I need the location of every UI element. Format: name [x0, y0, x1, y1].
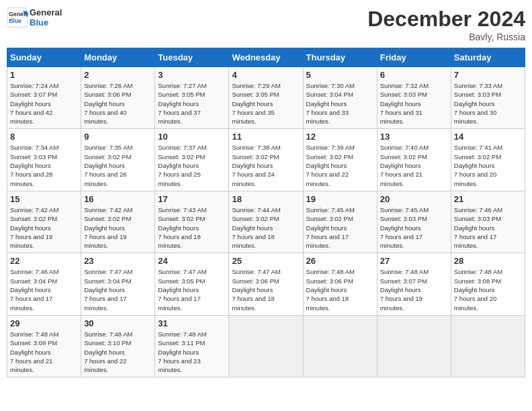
day-info: Sunrise: 7:39 AMSunset: 3:02 PMDaylight … [306, 143, 374, 187]
day-cell: 1 Sunrise: 7:24 AMSunset: 3:07 PMDayligh… [7, 67, 81, 129]
logo-general: General [30, 7, 62, 17]
day-number: 31 [158, 318, 226, 328]
day-info: Sunrise: 7:38 AMSunset: 3:02 PMDaylight … [232, 143, 300, 187]
day-cell: 13 Sunrise: 7:40 AMSunset: 3:02 PMDaylig… [377, 129, 451, 191]
day-info: Sunrise: 7:45 AMSunset: 3:02 PMDaylight … [306, 205, 374, 250]
day-cell: 15 Sunrise: 7:42 AMSunset: 3:02 PMDaylig… [7, 191, 81, 253]
day-info: Sunrise: 7:42 AMSunset: 3:02 PMDaylight … [10, 205, 78, 250]
day-cell [377, 315, 451, 377]
day-number: 6 [380, 70, 448, 80]
day-info: Sunrise: 7:48 AMSunset: 3:06 PMDaylight … [306, 267, 374, 312]
day-cell: 14 Sunrise: 7:41 AMSunset: 3:02 PMDaylig… [451, 129, 525, 191]
day-cell [451, 315, 525, 377]
day-cell: 10 Sunrise: 7:37 AMSunset: 3:02 PMDaylig… [155, 129, 229, 191]
day-cell: 22 Sunrise: 7:46 AMSunset: 3:04 PMDaylig… [7, 253, 81, 315]
day-number: 26 [306, 256, 374, 266]
day-number: 13 [380, 132, 448, 142]
day-cell: 6 Sunrise: 7:32 AMSunset: 3:03 PMDayligh… [377, 67, 451, 129]
day-cell: 26 Sunrise: 7:48 AMSunset: 3:06 PMDaylig… [303, 253, 377, 315]
logo-blue: Blue [30, 17, 62, 28]
day-cell: 11 Sunrise: 7:38 AMSunset: 3:02 PMDaylig… [229, 129, 303, 191]
month-title: December 2024 [367, 7, 525, 32]
day-info: Sunrise: 7:34 AMSunset: 3:03 PMDaylight … [10, 143, 78, 187]
logo: General Blue General Blue [7, 7, 62, 28]
col-header-monday: Monday [81, 48, 155, 67]
day-cell: 16 Sunrise: 7:42 AMSunset: 3:02 PMDaylig… [81, 191, 155, 253]
day-number: 21 [454, 194, 522, 204]
day-cell: 24 Sunrise: 7:47 AMSunset: 3:05 PMDaylig… [155, 253, 229, 315]
col-header-sunday: Sunday [7, 48, 81, 67]
day-cell [229, 315, 303, 377]
day-info: Sunrise: 7:45 AMSunset: 3:03 PMDaylight … [380, 205, 448, 250]
day-info: Sunrise: 7:44 AMSunset: 3:02 PMDaylight … [232, 205, 300, 250]
day-info: Sunrise: 7:42 AMSunset: 3:02 PMDaylight … [84, 205, 152, 250]
day-number: 5 [306, 70, 374, 80]
day-info: Sunrise: 7:26 AMSunset: 3:06 PMDaylight … [84, 81, 152, 126]
day-cell: 4 Sunrise: 7:29 AMSunset: 3:05 PMDayligh… [229, 67, 303, 129]
day-cell: 7 Sunrise: 7:33 AMSunset: 3:03 PMDayligh… [451, 67, 525, 129]
day-number: 27 [380, 256, 448, 266]
day-number: 8 [10, 132, 78, 142]
day-number: 10 [158, 132, 226, 142]
location: Bavly, Russia [367, 32, 525, 42]
day-number: 9 [84, 132, 152, 142]
day-info: Sunrise: 7:48 AMSunset: 3:11 PMDaylight … [158, 330, 226, 374]
week-row-5: 29 Sunrise: 7:48 AMSunset: 3:09 PMDaylig… [7, 315, 525, 377]
day-number: 1 [10, 70, 78, 80]
day-cell: 12 Sunrise: 7:39 AMSunset: 3:02 PMDaylig… [303, 129, 377, 191]
day-number: 4 [232, 70, 300, 80]
col-header-tuesday: Tuesday [155, 48, 229, 67]
day-info: Sunrise: 7:43 AMSunset: 3:02 PMDaylight … [158, 205, 226, 250]
day-number: 18 [232, 194, 300, 204]
title-area: December 2024 Bavly, Russia [367, 7, 525, 42]
day-cell: 17 Sunrise: 7:43 AMSunset: 3:02 PMDaylig… [155, 191, 229, 253]
day-info: Sunrise: 7:32 AMSunset: 3:03 PMDaylight … [380, 81, 448, 126]
day-cell: 5 Sunrise: 7:30 AMSunset: 3:04 PMDayligh… [303, 67, 377, 129]
day-info: Sunrise: 7:24 AMSunset: 3:07 PMDaylight … [10, 81, 78, 126]
day-info: Sunrise: 7:40 AMSunset: 3:02 PMDaylight … [380, 143, 448, 187]
day-number: 22 [10, 256, 78, 266]
day-number: 25 [232, 256, 300, 266]
day-info: Sunrise: 7:48 AMSunset: 3:08 PMDaylight … [454, 267, 522, 312]
day-number: 7 [454, 70, 522, 80]
day-cell: 31 Sunrise: 7:48 AMSunset: 3:11 PMDaylig… [155, 315, 229, 377]
day-number: 28 [454, 256, 522, 266]
day-number: 11 [232, 132, 300, 142]
day-info: Sunrise: 7:46 AMSunset: 3:04 PMDaylight … [10, 267, 78, 312]
calendar-table: SundayMondayTuesdayWednesdayThursdayFrid… [7, 48, 525, 377]
svg-text:Blue: Blue [9, 17, 21, 24]
day-cell: 9 Sunrise: 7:35 AMSunset: 3:02 PMDayligh… [81, 129, 155, 191]
day-info: Sunrise: 7:27 AMSunset: 3:05 PMDaylight … [158, 81, 226, 126]
day-cell: 2 Sunrise: 7:26 AMSunset: 3:06 PMDayligh… [81, 67, 155, 129]
day-info: Sunrise: 7:47 AMSunset: 3:06 PMDaylight … [232, 267, 300, 312]
day-info: Sunrise: 7:37 AMSunset: 3:02 PMDaylight … [158, 143, 226, 187]
day-number: 15 [10, 194, 78, 204]
day-number: 2 [84, 70, 152, 80]
day-cell: 19 Sunrise: 7:45 AMSunset: 3:02 PMDaylig… [303, 191, 377, 253]
day-info: Sunrise: 7:48 AMSunset: 3:07 PMDaylight … [380, 267, 448, 312]
day-number: 16 [84, 194, 152, 204]
day-cell: 8 Sunrise: 7:34 AMSunset: 3:03 PMDayligh… [7, 129, 81, 191]
day-info: Sunrise: 7:48 AMSunset: 3:09 PMDaylight … [10, 330, 78, 374]
col-header-wednesday: Wednesday [229, 48, 303, 67]
day-cell [303, 315, 377, 377]
day-info: Sunrise: 7:30 AMSunset: 3:04 PMDaylight … [306, 81, 374, 126]
day-cell: 23 Sunrise: 7:47 AMSunset: 3:04 PMDaylig… [81, 253, 155, 315]
day-cell: 20 Sunrise: 7:45 AMSunset: 3:03 PMDaylig… [377, 191, 451, 253]
day-number: 14 [454, 132, 522, 142]
day-info: Sunrise: 7:47 AMSunset: 3:04 PMDaylight … [84, 267, 152, 312]
day-number: 30 [84, 318, 152, 328]
week-row-1: 1 Sunrise: 7:24 AMSunset: 3:07 PMDayligh… [7, 67, 525, 129]
page-header: General Blue General Blue December 2024 … [7, 7, 525, 42]
col-header-friday: Friday [377, 48, 451, 67]
day-number: 20 [380, 194, 448, 204]
header-row: SundayMondayTuesdayWednesdayThursdayFrid… [7, 48, 525, 67]
day-number: 17 [158, 194, 226, 204]
day-info: Sunrise: 7:41 AMSunset: 3:02 PMDaylight … [454, 143, 522, 187]
day-info: Sunrise: 7:33 AMSunset: 3:03 PMDaylight … [454, 81, 522, 126]
day-number: 23 [84, 256, 152, 266]
day-number: 19 [306, 194, 374, 204]
day-cell: 25 Sunrise: 7:47 AMSunset: 3:06 PMDaylig… [229, 253, 303, 315]
day-info: Sunrise: 7:29 AMSunset: 3:05 PMDaylight … [232, 81, 300, 126]
day-cell: 27 Sunrise: 7:48 AMSunset: 3:07 PMDaylig… [377, 253, 451, 315]
